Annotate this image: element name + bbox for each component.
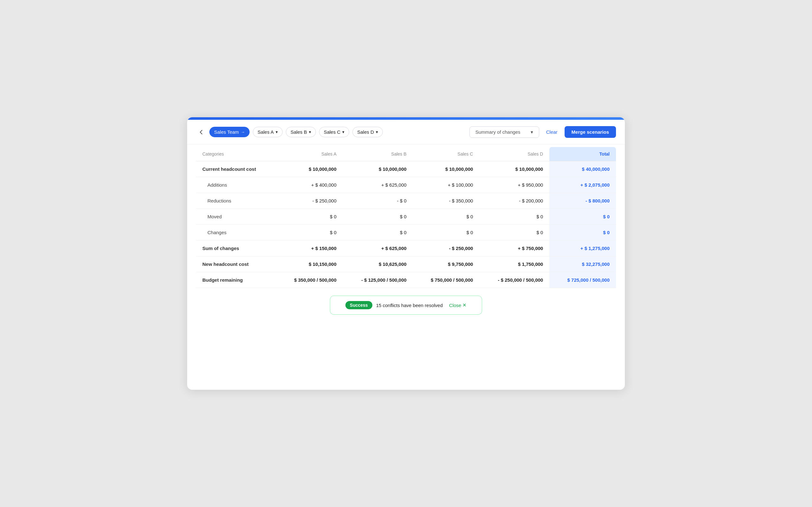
scenario-btn-sales-c[interactable]: Sales C ▾ <box>319 127 350 137</box>
col-header-sales-a: Sales A <box>276 147 343 161</box>
table-row: New headcount cost$ 10,150,000$ 10,625,0… <box>196 257 616 272</box>
table-row: Reductions- $ 250,000- $ 0- $ 350,000- $… <box>196 193 616 209</box>
cell-sales-a: $ 10,150,000 <box>276 257 343 272</box>
cell-total: + $ 1,275,000 <box>549 240 616 257</box>
header: Sales Team → Sales A ▾ Sales B ▾ Sales C… <box>187 120 625 145</box>
cell-sales-a: + $ 400,000 <box>276 177 343 193</box>
cell-sales-c: $ 0 <box>413 209 479 225</box>
cell-sales-d: - $ 200,000 <box>479 193 549 209</box>
cell-sales-c: $ 10,000,000 <box>413 161 479 177</box>
cell-total: + $ 2,075,000 <box>549 177 616 193</box>
scenario-btn-sales-d[interactable]: Sales D ▾ <box>352 127 383 137</box>
notification-message: 15 conflicts have been resolved <box>376 302 443 308</box>
cell-sales-c: $ 750,000 / 500,000 <box>413 272 479 288</box>
col-header-sales-b: Sales B <box>343 147 413 161</box>
table-row: Changes$ 0$ 0$ 0$ 0$ 0 <box>196 225 616 240</box>
row-label: Moved <box>196 209 276 225</box>
col-header-sales-c: Sales C <box>413 147 479 161</box>
close-notification-button[interactable]: Close ✕ <box>449 302 467 308</box>
cell-sales-c: $ 9,750,000 <box>413 257 479 272</box>
col-header-sales-d: Sales D <box>479 147 549 161</box>
cell-sales-b: $ 0 <box>343 209 413 225</box>
chevron-down-icon: ▾ <box>531 129 533 135</box>
cell-sales-b: + $ 625,000 <box>343 240 413 257</box>
cell-total: $ 0 <box>549 209 616 225</box>
cell-sales-d: + $ 950,000 <box>479 177 549 193</box>
cell-sales-a: + $ 150,000 <box>276 240 343 257</box>
row-label: Additions <box>196 177 276 193</box>
cell-sales-c: + $ 100,000 <box>413 177 479 193</box>
cell-total: $ 32,275,000 <box>549 257 616 272</box>
cell-sales-a: $ 0 <box>276 225 343 240</box>
cell-sales-b: + $ 625,000 <box>343 177 413 193</box>
notification-bar: Success 15 conflicts have been resolved … <box>330 296 482 315</box>
summary-dropdown[interactable]: Summary of changes ▾ <box>469 126 539 138</box>
col-header-categories: Categories <box>196 147 276 161</box>
scenario-btn-sales-team[interactable]: Sales Team → <box>209 127 250 137</box>
cell-total: $ 40,000,000 <box>549 161 616 177</box>
cell-sales-a: $ 0 <box>276 209 343 225</box>
close-icon: ✕ <box>462 302 467 308</box>
cell-sales-d: + $ 750,000 <box>479 240 549 257</box>
cell-sales-d: $ 1,750,000 <box>479 257 549 272</box>
cell-total: $ 725,000 / 500,000 <box>549 272 616 288</box>
cell-sales-b: $ 10,000,000 <box>343 161 413 177</box>
cell-sales-d: $ 10,000,000 <box>479 161 549 177</box>
cell-sales-d: - $ 250,000 / 500,000 <box>479 272 549 288</box>
col-header-total: Total <box>549 147 616 161</box>
scenario-btn-sales-b[interactable]: Sales B ▾ <box>286 127 316 137</box>
row-label: Current headcount cost <box>196 161 276 177</box>
clear-button[interactable]: Clear <box>542 127 561 137</box>
row-label: New headcount cost <box>196 257 276 272</box>
summary-table: Categories Sales A Sales B Sales C Sales… <box>196 147 616 288</box>
table-row: Moved$ 0$ 0$ 0$ 0$ 0 <box>196 209 616 225</box>
row-label: Changes <box>196 225 276 240</box>
table-container: Categories Sales A Sales B Sales C Sales… <box>187 145 625 390</box>
cell-sales-c: - $ 350,000 <box>413 193 479 209</box>
cell-sales-b: $ 0 <box>343 225 413 240</box>
table-row: Additions+ $ 400,000+ $ 625,000+ $ 100,0… <box>196 177 616 193</box>
table-row: Sum of changes+ $ 150,000+ $ 625,000- $ … <box>196 240 616 257</box>
cell-sales-c: - $ 250,000 <box>413 240 479 257</box>
cell-sales-b: $ 10,625,000 <box>343 257 413 272</box>
row-label: Sum of changes <box>196 240 276 257</box>
table-row: Budget remaining$ 350,000 / 500,000- $ 1… <box>196 272 616 288</box>
merge-scenarios-button[interactable]: Merge scenarios <box>565 126 616 138</box>
row-label: Budget remaining <box>196 272 276 288</box>
cell-sales-c: $ 0 <box>413 225 479 240</box>
cell-sales-a: $ 10,000,000 <box>276 161 343 177</box>
cell-sales-a: - $ 250,000 <box>276 193 343 209</box>
cell-sales-d: $ 0 <box>479 209 549 225</box>
cell-sales-b: - $ 0 <box>343 193 413 209</box>
scenario-btn-sales-a[interactable]: Sales A ▾ <box>253 127 283 137</box>
cell-total: $ 0 <box>549 225 616 240</box>
cell-total: - $ 800,000 <box>549 193 616 209</box>
cell-sales-d: $ 0 <box>479 225 549 240</box>
app-window: Sales Team → Sales A ▾ Sales B ▾ Sales C… <box>187 117 625 390</box>
back-button[interactable] <box>196 127 206 137</box>
row-label: Reductions <box>196 193 276 209</box>
success-badge: Success <box>345 301 372 309</box>
top-bar <box>187 117 625 120</box>
cell-sales-a: $ 350,000 / 500,000 <box>276 272 343 288</box>
table-row: Current headcount cost$ 10,000,000$ 10,0… <box>196 161 616 177</box>
cell-sales-b: - $ 125,000 / 500,000 <box>343 272 413 288</box>
